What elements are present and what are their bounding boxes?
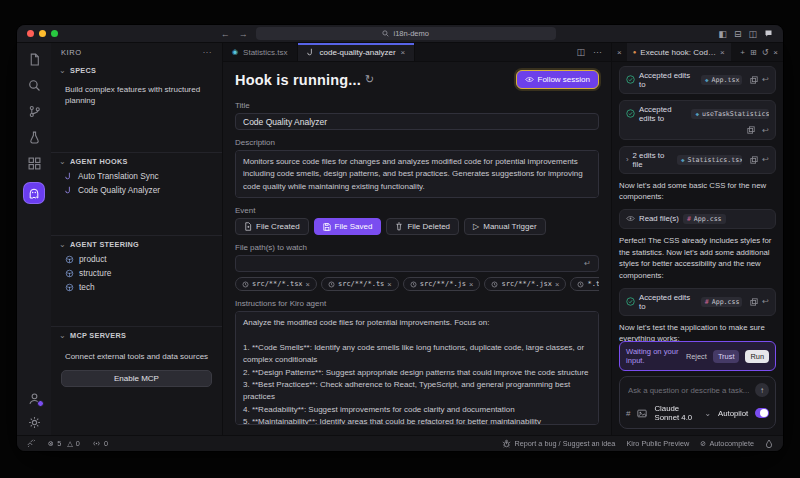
autocomplete-item[interactable]: ⊘ Autocomplete bbox=[700, 439, 754, 448]
section-agent-steering[interactable]: ⌄ AGENT STEERING bbox=[51, 235, 222, 252]
css-file-icon: # bbox=[705, 298, 709, 306]
chat-input[interactable] bbox=[626, 385, 751, 396]
sidebar-item-structure[interactable]: structure bbox=[51, 266, 222, 280]
remove-pattern-icon[interactable]: × bbox=[306, 280, 310, 289]
ports-indicator[interactable]: 0 bbox=[92, 439, 108, 448]
account-icon[interactable] bbox=[28, 392, 41, 405]
history-icon[interactable]: ↺ bbox=[762, 48, 769, 57]
undo-icon[interactable]: ↩ bbox=[762, 126, 769, 135]
remove-pattern-icon[interactable]: × bbox=[387, 280, 391, 289]
watch-paths-label: File path(s) to watch bbox=[235, 243, 599, 252]
search-icon[interactable] bbox=[28, 79, 41, 92]
event-file-created[interactable]: File Created bbox=[235, 218, 309, 235]
close-panel-icon[interactable]: × bbox=[773, 48, 778, 57]
event-file-saved[interactable]: File Saved bbox=[314, 218, 382, 235]
sidebar-item-auto-translation-sync[interactable]: Auto Translation Sync bbox=[51, 169, 222, 183]
chat-bubble-icon[interactable] bbox=[764, 29, 773, 38]
title-field[interactable] bbox=[243, 117, 591, 127]
split-editor-icon[interactable]: ◫ bbox=[576, 47, 585, 57]
zoom-window-button[interactable] bbox=[51, 30, 58, 37]
autopilot-toggle[interactable] bbox=[755, 408, 769, 418]
event-file-deleted[interactable]: File Deleted bbox=[386, 218, 459, 235]
watch-pattern-chips: src/**/*.tsx × src/**/*.ts × src/**/*.js… bbox=[235, 277, 599, 291]
remove-pattern-icon[interactable]: × bbox=[555, 280, 559, 289]
back-icon[interactable]: ← bbox=[221, 29, 230, 39]
more-actions-icon[interactable]: ··· bbox=[593, 47, 602, 57]
toggle-panel-right-icon[interactable]: ◫ bbox=[748, 29, 757, 39]
file-chip[interactable]: ◆useTaskStatistics.ts bbox=[691, 109, 769, 119]
chat-composer: ↑ # Claude Sonnet 4.0 ⌄ Autopilot bbox=[619, 376, 776, 429]
watch-pattern-chip[interactable]: src/**/*.jsx × bbox=[484, 277, 566, 291]
instructions-field[interactable]: Analyze the modified code files for pote… bbox=[235, 311, 599, 425]
tsx-file-icon: ◆ bbox=[681, 156, 685, 163]
steering-wheel-icon bbox=[65, 269, 74, 278]
sidebar-item-tech[interactable]: tech bbox=[51, 280, 222, 294]
kiro-preview-item[interactable]: Kiro Public Preview bbox=[626, 439, 689, 448]
watch-path-input[interactable] bbox=[243, 259, 584, 269]
close-window-button[interactable] bbox=[27, 30, 34, 37]
toggle-panel-bottom-icon[interactable]: ⊟ bbox=[734, 29, 742, 39]
file-chip[interactable]: ◆App.tsx bbox=[701, 75, 742, 85]
expand-chevron-icon[interactable]: › bbox=[626, 155, 629, 164]
new-session-icon[interactable]: + bbox=[740, 48, 745, 57]
section-specs[interactable]: ⌄ SPECS bbox=[51, 62, 222, 78]
reject-button[interactable]: Reject bbox=[686, 352, 707, 361]
trust-button[interactable]: Trust bbox=[713, 350, 740, 363]
command-center-search[interactable]: i18n-demo bbox=[256, 27, 556, 40]
close-tab-icon[interactable]: × bbox=[401, 48, 406, 57]
undo-icon[interactable]: ↩ bbox=[762, 75, 769, 84]
context-hash-icon[interactable]: # bbox=[626, 409, 630, 418]
model-selector[interactable]: Claude Sonnet 4.0 ⌄ bbox=[654, 404, 710, 422]
watch-pattern-chip[interactable]: src/**/*.ts × bbox=[321, 277, 399, 291]
debug-flask-icon[interactable] bbox=[28, 131, 41, 144]
enable-mcp-button[interactable]: Enable MCP bbox=[61, 370, 212, 387]
tab-code-quality-analyzer[interactable]: code-quality-analyzer × bbox=[298, 43, 416, 61]
sidebar-item-product[interactable]: product bbox=[51, 252, 222, 266]
sidebar-item-code-quality-analyzer[interactable]: Code Quality Analyzer bbox=[51, 183, 222, 197]
problems-indicator[interactable]: ⊗ 5 △ 0 bbox=[48, 439, 80, 448]
close-icon[interactable]: × bbox=[617, 48, 622, 57]
remote-indicator[interactable] bbox=[27, 439, 36, 448]
watch-pattern-chip[interactable]: src/**/*.js × bbox=[403, 277, 481, 291]
close-tab-icon[interactable]: × bbox=[720, 48, 725, 57]
file-chip[interactable]: ◆Statistics.tsx bbox=[677, 155, 742, 165]
source-control-icon[interactable] bbox=[28, 105, 41, 118]
diff-icon[interactable] bbox=[747, 126, 755, 134]
sessions-grid-icon[interactable]: ⊞ bbox=[750, 48, 757, 57]
extensions-icon[interactable] bbox=[28, 157, 41, 170]
diff-icon[interactable] bbox=[750, 298, 758, 306]
droplet-icon[interactable] bbox=[765, 439, 773, 449]
trash-icon bbox=[395, 222, 403, 231]
file-chip[interactable]: #App.css bbox=[683, 214, 726, 224]
section-mcp-servers[interactable]: ⌄ MCP SERVERS bbox=[51, 326, 222, 343]
report-bug-item[interactable]: Report a bug / Suggest an idea bbox=[502, 439, 615, 448]
watch-pattern-chip[interactable]: src/**/*.tsx × bbox=[235, 277, 317, 291]
explorer-icon[interactable] bbox=[28, 53, 41, 66]
send-button[interactable]: ↑ bbox=[755, 383, 769, 397]
toggle-panel-left-icon[interactable]: ◧ bbox=[718, 29, 727, 39]
file-chip[interactable]: #App.css bbox=[701, 297, 743, 307]
account-badge bbox=[37, 400, 44, 407]
mcp-servers-header: MCP SERVERS bbox=[70, 331, 126, 340]
diff-icon[interactable] bbox=[750, 156, 758, 164]
watch-pattern-chip[interactable]: *.ts × bbox=[570, 277, 599, 291]
action-card-accepted-appcss: Accepted edits to #App.css ↩ bbox=[619, 288, 776, 316]
tab-statistics-tsx[interactable]: ◉ Statistics.tsx bbox=[223, 43, 298, 61]
forward-icon[interactable]: → bbox=[239, 29, 248, 39]
description-field[interactable]: Monitors source code files for changes a… bbox=[235, 150, 599, 198]
undo-icon[interactable]: ↩ bbox=[762, 297, 769, 306]
undo-icon[interactable]: ↩ bbox=[762, 155, 769, 164]
waiting-label: Waiting on your input. bbox=[626, 347, 680, 365]
kiro-ghost-icon[interactable] bbox=[24, 183, 44, 203]
diff-icon[interactable] bbox=[750, 76, 758, 84]
attach-image-icon[interactable] bbox=[637, 409, 647, 418]
follow-session-button[interactable]: Follow session bbox=[516, 70, 599, 89]
minimize-window-button[interactable] bbox=[39, 30, 46, 37]
event-manual-trigger[interactable]: ▷ Manual Trigger bbox=[464, 218, 546, 235]
more-icon[interactable]: ··· bbox=[203, 48, 212, 57]
run-button[interactable]: Run bbox=[745, 350, 769, 363]
section-agent-hooks[interactable]: ⌄ AGENT HOOKS bbox=[51, 152, 222, 169]
remove-pattern-icon[interactable]: × bbox=[469, 280, 473, 289]
tab-execute-hook[interactable]: ● Execute hook: Code Q... × bbox=[627, 43, 731, 61]
settings-gear-icon[interactable] bbox=[28, 416, 41, 429]
